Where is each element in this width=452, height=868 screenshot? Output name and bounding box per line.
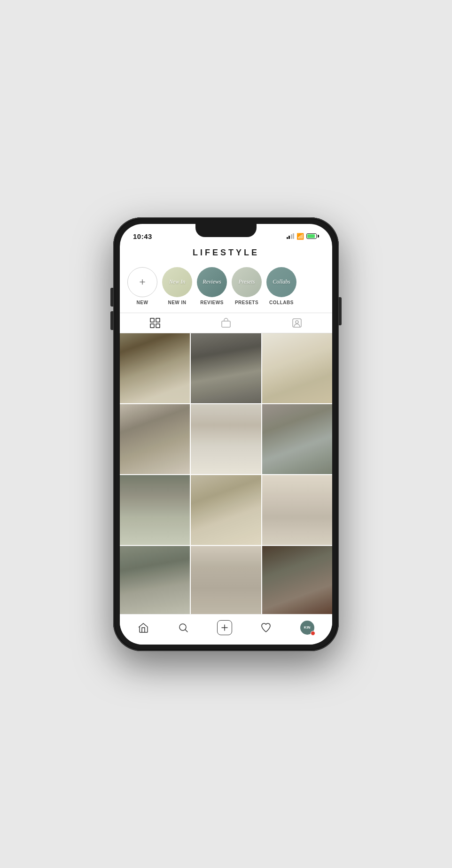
story-new-in-label: NEW IN [168, 300, 186, 305]
story-presets-circle[interactable]: Presets [232, 267, 262, 297]
tab-shop[interactable] [191, 318, 262, 328]
signal-icon [287, 233, 295, 239]
grid-item-12[interactable] [262, 546, 332, 614]
stories-row[interactable]: + New New In NEW IN Reviews REVIEWS [120, 263, 332, 313]
story-reviews-circle[interactable]: Reviews [197, 267, 227, 297]
profile-avatar[interactable]: KIN [300, 621, 314, 635]
story-presets-text: Presets [239, 278, 255, 285]
app-header: LIFESTYLE [120, 244, 332, 263]
photo-grid[interactable] [120, 333, 332, 614]
grid-item-1[interactable] [120, 333, 190, 403]
story-new-in-circle[interactable]: New In [162, 267, 192, 297]
grid-item-6[interactable] [262, 404, 332, 474]
story-collabs-text: Collabs [273, 278, 290, 285]
tagged-icon [292, 318, 302, 328]
story-new-label: New [137, 300, 148, 305]
power-button[interactable] [339, 297, 342, 325]
notch [195, 224, 257, 237]
app-title: LIFESTYLE [193, 248, 259, 257]
story-new-in-text: New In [169, 278, 185, 285]
grid-icon [150, 318, 160, 328]
story-presets[interactable]: Presets PRESETS [232, 267, 262, 305]
add-icon[interactable] [217, 620, 232, 635]
content-tabs [120, 313, 332, 333]
phone-frame: 10:43 📶 LIFESTYLE [113, 217, 339, 651]
tab-grid[interactable] [120, 318, 191, 328]
grid-item-7[interactable] [120, 475, 190, 545]
tab-tagged[interactable] [261, 318, 332, 328]
grid-item-10[interactable] [120, 546, 190, 614]
status-icons: 📶 [287, 233, 320, 240]
story-collabs[interactable]: Collabs COLLABS [266, 267, 296, 305]
shopping-bag-icon [221, 318, 231, 328]
heart-icon [260, 622, 272, 633]
avatar-initials: KIN [304, 625, 311, 630]
svg-point-7 [179, 624, 186, 630]
nav-search[interactable] [178, 622, 189, 633]
volume-down-button[interactable] [110, 311, 113, 330]
story-new-in[interactable]: New In NEW IN [162, 267, 192, 305]
svg-rect-4 [222, 321, 230, 327]
bottom-nav: KIN [120, 614, 332, 645]
story-new[interactable]: + New [127, 267, 157, 305]
svg-point-6 [296, 321, 298, 323]
nav-likes[interactable] [260, 622, 272, 633]
nav-home[interactable] [138, 622, 149, 633]
wifi-icon: 📶 [296, 233, 304, 240]
grid-item-8[interactable] [191, 475, 261, 545]
app-content[interactable]: LIFESTYLE + New New In NEW IN [120, 244, 332, 614]
story-collabs-circle[interactable]: Collabs [266, 267, 296, 297]
svg-rect-1 [156, 318, 160, 322]
nav-add[interactable] [217, 620, 232, 635]
grid-item-4[interactable] [120, 404, 190, 474]
search-icon [178, 622, 189, 633]
svg-rect-3 [156, 324, 160, 328]
grid-item-3[interactable] [262, 333, 332, 403]
battery-icon [306, 233, 319, 239]
status-time: 10:43 [133, 232, 152, 240]
svg-rect-2 [150, 324, 154, 328]
home-icon [138, 622, 149, 633]
grid-item-2[interactable] [191, 333, 261, 403]
story-reviews-label: REVIEWS [200, 300, 224, 305]
grid-item-5[interactable] [191, 404, 261, 474]
phone-screen: 10:43 📶 LIFESTYLE [120, 224, 332, 645]
svg-rect-0 [150, 318, 154, 322]
grid-item-9[interactable] [262, 475, 332, 545]
story-presets-label: PRESETS [235, 300, 258, 305]
story-reviews-text: Reviews [203, 278, 221, 285]
plus-icon: + [139, 276, 146, 288]
grid-item-11[interactable] [191, 546, 261, 614]
story-reviews[interactable]: Reviews REVIEWS [197, 267, 227, 305]
story-new-circle[interactable]: + [127, 267, 157, 297]
story-collabs-label: COLLABS [269, 300, 294, 305]
nav-profile[interactable]: KIN [300, 621, 314, 635]
volume-up-button[interactable] [110, 288, 113, 307]
